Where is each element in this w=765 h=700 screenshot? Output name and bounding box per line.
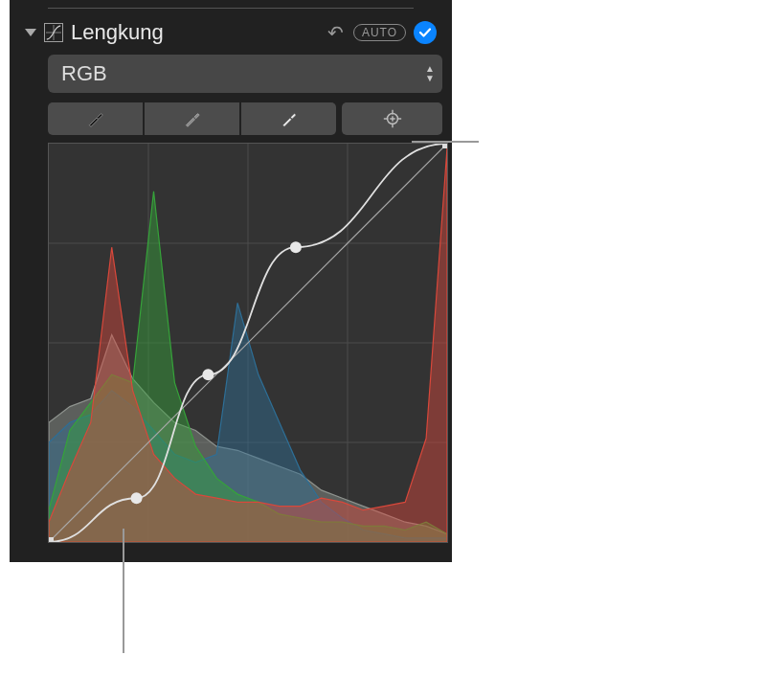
disclosure-triangle[interactable] [25,29,36,36]
chevron-up-down-icon: ▲▼ [425,65,435,82]
curves-icon [44,23,63,42]
eyedropper-group [48,102,336,135]
panel-header: Lengkung ↶ AUTO [19,18,442,55]
callout-leader [412,141,479,143]
curve-point[interactable] [290,241,302,253]
callout-leader [123,529,124,653]
curve-endpoint[interactable] [49,537,54,542]
panel-content: RGB ▲▼ [48,55,442,543]
eyedropper-gray-button[interactable] [145,102,239,135]
panel-title: Lengkung [71,20,318,45]
channel-label: RGB [61,61,425,86]
eyedropper-toolbar [48,102,442,135]
undo-icon[interactable]: ↶ [326,21,346,44]
curve-point[interactable] [202,369,214,380]
add-point-button[interactable] [342,102,442,135]
eyedropper-white-button[interactable] [241,102,336,135]
curves-histogram[interactable] [48,143,448,543]
curve-point[interactable] [131,492,143,504]
auto-button[interactable]: AUTO [353,24,406,41]
curves-panel: Lengkung ↶ AUTO RGB ▲▼ [10,0,452,562]
eyedropper-black-button[interactable] [48,102,143,135]
histogram-canvas[interactable] [49,144,447,542]
channel-select[interactable]: RGB ▲▼ [48,55,442,93]
divider [48,8,414,18]
curve-endpoint[interactable] [442,144,447,148]
enabled-checkmark[interactable] [414,21,437,44]
